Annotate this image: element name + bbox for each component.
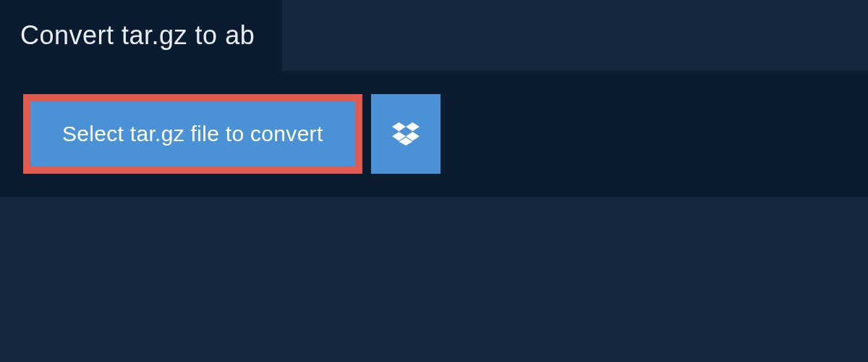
button-row: Select tar.gz file to convert bbox=[23, 94, 845, 174]
page-title: Convert tar.gz to ab bbox=[20, 20, 255, 51]
tab-header: Convert tar.gz to ab bbox=[0, 0, 282, 71]
dropbox-icon bbox=[392, 121, 420, 148]
dropbox-button[interactable] bbox=[371, 94, 441, 174]
select-file-button[interactable]: Select tar.gz file to convert bbox=[23, 94, 362, 174]
upload-panel: Select tar.gz file to convert bbox=[0, 71, 868, 197]
select-file-label: Select tar.gz file to convert bbox=[62, 122, 323, 146]
